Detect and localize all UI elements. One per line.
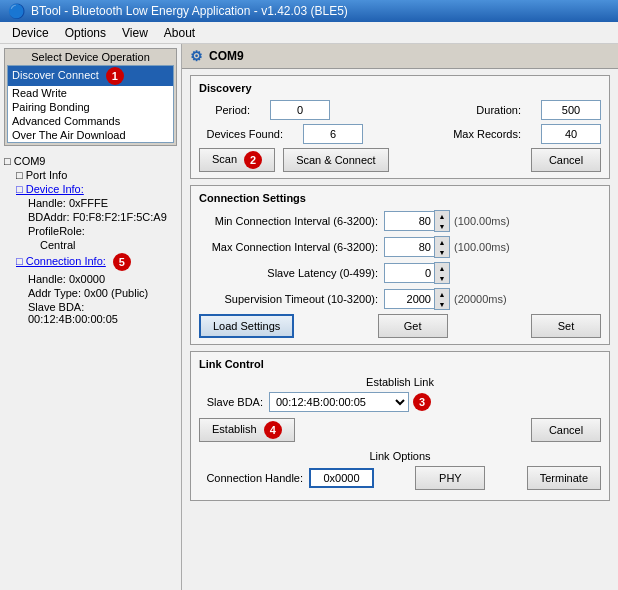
connection-handle-label: Connection Handle: <box>199 472 309 484</box>
com-icon: ⚙ <box>190 48 203 64</box>
set-button[interactable]: Set <box>531 314 601 338</box>
supervision-label: Supervision Timeout (10-3200): <box>199 293 384 305</box>
max-records-label: Max Records: <box>445 128 525 140</box>
max-interval-spinner-buttons: ▲ ▼ <box>434 236 450 258</box>
title-bar-text: BTool - Bluetooth Low Energy Application… <box>31 4 348 18</box>
app-icon: 🔵 <box>8 3 25 19</box>
slave-latency-spinner-buttons: ▲ ▼ <box>434 262 450 284</box>
tree-label-central: Central <box>40 239 75 251</box>
select-device-operation-title: Select Device Operation <box>7 51 174 63</box>
connection-settings-section: Connection Settings Min Connection Inter… <box>190 185 610 345</box>
min-interval-spinner-buttons: ▲ ▼ <box>434 210 450 232</box>
max-interval-suffix: (100.00ms) <box>454 241 510 253</box>
establish-button[interactable]: Establish 4 <box>199 418 295 442</box>
tree-node-central: Central <box>40 238 177 252</box>
tree-label-connection-info[interactable]: □ Connection Info: <box>16 255 106 267</box>
menu-device[interactable]: Device <box>4 24 57 42</box>
tree-node-slave-bda: Slave BDA: 00:12:4B:00:00:05 <box>28 300 177 326</box>
discovery-buttons: Scan 2 Scan & Connect Cancel <box>199 148 601 172</box>
supervision-row: Supervision Timeout (10-3200): ▲ ▼ (2000… <box>199 288 601 310</box>
connection-settings-title: Connection Settings <box>199 192 601 204</box>
operation-list: Discover Connect 1 Read Write Pairing Bo… <box>7 65 174 143</box>
badge-2: 2 <box>244 151 262 169</box>
max-interval-spinner: ▲ ▼ <box>384 236 450 258</box>
tree-node-handle-0000: Handle: 0x0000 <box>28 272 177 286</box>
scan-button[interactable]: Scan 2 <box>199 148 275 172</box>
discovery-period-row: Period: Duration: <box>199 100 601 120</box>
op-item-pairing-bonding[interactable]: Pairing Bonding <box>8 100 173 114</box>
tree-label-device-info[interactable]: □ Device Info: <box>16 183 84 195</box>
link-cancel-button[interactable]: Cancel <box>531 418 601 442</box>
max-records-input[interactable] <box>541 124 601 144</box>
min-interval-up[interactable]: ▲ <box>435 211 449 221</box>
min-interval-row: Min Connection Interval (6-3200): ▲ ▼ (1… <box>199 210 601 232</box>
max-interval-label: Max Connection Interval (6-3200): <box>199 241 384 253</box>
select-device-operation: Select Device Operation Discover Connect… <box>4 48 177 146</box>
tree-node-connection-info: □ Connection Info: 5 <box>16 252 177 272</box>
supervision-spinner-buttons: ▲ ▼ <box>434 288 450 310</box>
min-interval-down[interactable]: ▼ <box>435 221 449 231</box>
tree-label-slave-bda: Slave BDA: 00:12:4B:00:00:05 <box>28 301 118 325</box>
period-input[interactable] <box>270 100 330 120</box>
slave-latency-down[interactable]: ▼ <box>435 273 449 283</box>
load-settings-button[interactable]: Load Settings <box>199 314 294 338</box>
period-label: Period: <box>199 104 254 116</box>
slave-latency-row: Slave Latency (0-499): ▲ ▼ <box>199 262 601 284</box>
get-button[interactable]: Get <box>378 314 448 338</box>
tree-node-profile-role: ProfileRole: <box>28 224 177 238</box>
tree-node-addr-type: Addr Type: 0x00 (Public) <box>28 286 177 300</box>
slave-latency-label: Slave Latency (0-499): <box>199 267 384 279</box>
menu-bar: Device Options View About <box>0 22 618 44</box>
min-interval-suffix: (100.00ms) <box>454 215 510 227</box>
link-control-buttons: Establish 4 Cancel <box>199 418 601 442</box>
title-bar: 🔵 BTool - Bluetooth Low Energy Applicati… <box>0 0 618 22</box>
max-interval-row: Max Connection Interval (6-3200): ▲ ▼ (1… <box>199 236 601 258</box>
slave-latency-spinner: ▲ ▼ <box>384 262 450 284</box>
left-panel: Select Device Operation Discover Connect… <box>0 44 182 590</box>
tree-label-profile-role: ProfileRole: <box>28 225 85 237</box>
duration-label: Duration: <box>445 104 525 116</box>
op-item-discover-connect[interactable]: Discover Connect 1 <box>8 66 173 86</box>
slave-latency-up[interactable]: ▲ <box>435 263 449 273</box>
max-interval-up[interactable]: ▲ <box>435 237 449 247</box>
slave-latency-input[interactable] <box>384 263 434 283</box>
tree-label-port-info: □ Port Info <box>16 169 67 181</box>
badge-3: 3 <box>413 393 431 411</box>
duration-input[interactable] <box>541 100 601 120</box>
op-item-read-write[interactable]: Read Write <box>8 86 173 100</box>
right-panel: ⚙ COM9 Discovery Period: Duration: Devic… <box>182 44 618 590</box>
slave-bda-dropdown[interactable]: 00:12:4B:00:00:05 <box>269 392 409 412</box>
max-interval-input[interactable] <box>384 237 434 257</box>
menu-options[interactable]: Options <box>57 24 114 42</box>
tree-label-bdaddr: BDAddr: F0:F8:F2:1F:5C:A9 <box>28 211 167 223</box>
terminate-button[interactable]: Terminate <box>527 466 601 490</box>
menu-about[interactable]: About <box>156 24 203 42</box>
supervision-spinner: ▲ ▼ <box>384 288 450 310</box>
max-interval-down[interactable]: ▼ <box>435 247 449 257</box>
discovery-title: Discovery <box>199 82 601 94</box>
min-interval-spinner: ▲ ▼ <box>384 210 450 232</box>
menu-view[interactable]: View <box>114 24 156 42</box>
discovery-section: Discovery Period: Duration: Devices Foun… <box>190 75 610 179</box>
scan-connect-button[interactable]: Scan & Connect <box>283 148 389 172</box>
main-layout: Select Device Operation Discover Connect… <box>0 44 618 590</box>
phy-button[interactable]: PHY <box>415 466 485 490</box>
supervision-input[interactable] <box>384 289 434 309</box>
op-item-ota-download[interactable]: Over The Air Download <box>8 128 173 142</box>
tree-label-handle-fffe: Handle: 0xFFFE <box>28 197 108 209</box>
discovery-devices-row: Devices Found: Max Records: <box>199 124 601 144</box>
connection-handle-input[interactable] <box>309 468 374 488</box>
tree-panel: □ COM9 □ Port Info □ Device Info: Handle… <box>4 154 177 586</box>
badge-5: 5 <box>113 253 131 271</box>
min-interval-input[interactable] <box>384 211 434 231</box>
devices-found-input[interactable] <box>303 124 363 144</box>
badge-1: 1 <box>106 67 124 85</box>
discovery-cancel-button[interactable]: Cancel <box>531 148 601 172</box>
com-header: ⚙ COM9 <box>182 44 618 69</box>
min-interval-label: Min Connection Interval (6-3200): <box>199 215 384 227</box>
supervision-up[interactable]: ▲ <box>435 289 449 299</box>
badge-4: 4 <box>264 421 282 439</box>
op-item-advanced-commands[interactable]: Advanced Commands <box>8 114 173 128</box>
link-control-title: Link Control <box>199 358 601 370</box>
supervision-down[interactable]: ▼ <box>435 299 449 309</box>
